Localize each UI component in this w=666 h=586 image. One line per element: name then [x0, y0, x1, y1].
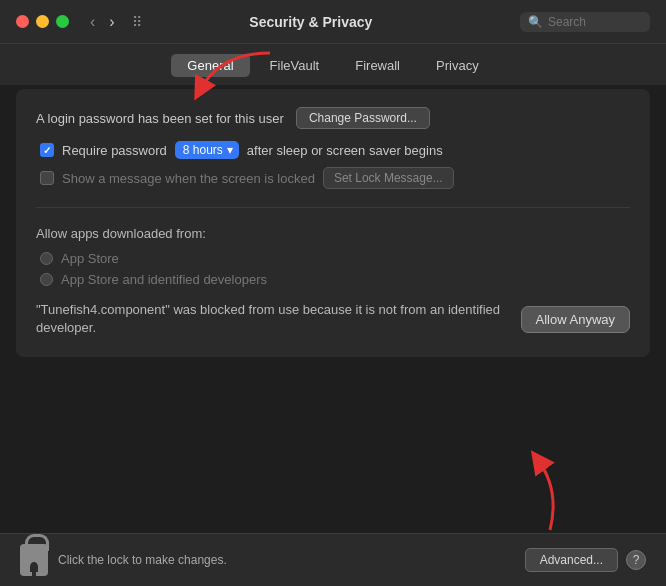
minimize-button[interactable] [36, 15, 49, 28]
blocked-row: "Tunefish4.component" was blocked from u… [36, 301, 630, 337]
set-lock-message-button[interactable]: Set Lock Message... [323, 167, 454, 189]
search-bar[interactable]: 🔍 [520, 12, 650, 32]
hours-value: 8 hours [183, 143, 223, 157]
tabs-bar: General FileVault Firewall Privacy [0, 44, 666, 85]
after-sleep-label: after sleep or screen saver begins [247, 143, 443, 158]
show-message-label: Show a message when the screen is locked [62, 171, 315, 186]
section-panel: A login password has been set for this u… [16, 89, 650, 357]
allow-apps-label: Allow apps downloaded from: [36, 226, 630, 241]
change-password-button[interactable]: Change Password... [296, 107, 430, 129]
require-password-checkbox[interactable] [40, 143, 54, 157]
arrow-to-allow-anyway [490, 450, 590, 540]
hours-select-wrapper[interactable]: 8 hours ▾ [175, 141, 239, 159]
radio-app-store-label: App Store [61, 251, 119, 266]
blocked-app-name: "Tunefish4.component" [36, 302, 170, 317]
divider [36, 207, 630, 208]
login-label: A login password has been set for this u… [36, 111, 284, 126]
maximize-button[interactable] [56, 15, 69, 28]
show-message-checkbox[interactable] [40, 171, 54, 185]
blocked-text: "Tunefish4.component" was blocked from u… [36, 301, 509, 337]
titlebar: ‹ › ⠿ Security & Privacy 🔍 [0, 0, 666, 44]
require-password-row: Require password 8 hours ▾ after sleep o… [40, 141, 630, 159]
tab-privacy[interactable]: Privacy [420, 54, 495, 77]
show-message-row: Show a message when the screen is locked… [40, 167, 630, 189]
tab-filevault[interactable]: FileVault [254, 54, 336, 77]
radio-app-store[interactable] [40, 252, 53, 265]
lock-icon[interactable] [20, 544, 48, 576]
allow-anyway-button[interactable]: Allow Anyway [521, 306, 630, 333]
require-password-label: Require password [62, 143, 167, 158]
search-icon: 🔍 [528, 15, 543, 29]
advanced-button[interactable]: Advanced... [525, 548, 618, 572]
close-button[interactable] [16, 15, 29, 28]
radio-identified-label: App Store and identified developers [61, 272, 267, 287]
radio-identified-row: App Store and identified developers [40, 272, 630, 287]
search-input[interactable] [548, 15, 642, 29]
chevron-down-icon: ▾ [227, 143, 233, 157]
lock-keyhole [30, 562, 38, 572]
tab-general[interactable]: General [171, 54, 249, 77]
window-title: Security & Privacy [102, 14, 520, 30]
tab-firewall[interactable]: Firewall [339, 54, 416, 77]
back-button[interactable]: ‹ [85, 11, 100, 33]
lock-label: Click the lock to make changes. [58, 553, 525, 567]
radio-identified-developers[interactable] [40, 273, 53, 286]
help-button[interactable]: ? [626, 550, 646, 570]
bottom-bar: Click the lock to make changes. Advanced… [0, 533, 666, 586]
traffic-lights [16, 15, 69, 28]
login-row: A login password has been set for this u… [36, 107, 630, 129]
radio-app-store-row: App Store [40, 251, 630, 266]
